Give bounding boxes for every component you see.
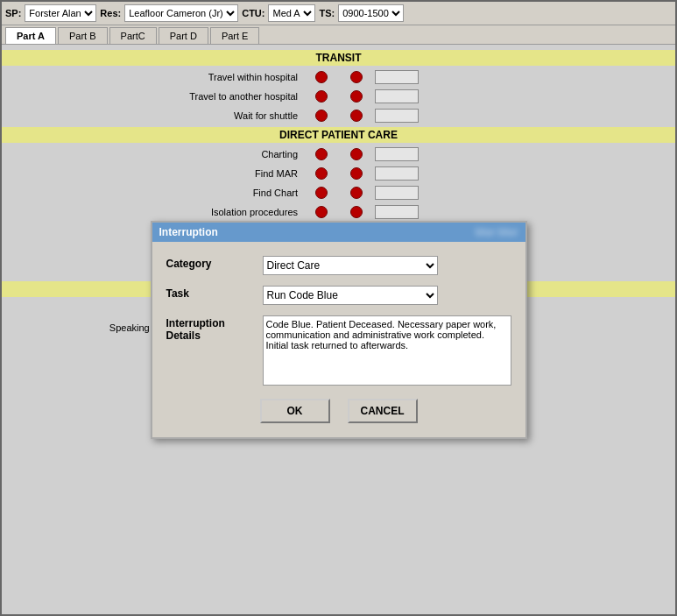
- ctu-select[interactable]: Med A: [268, 4, 315, 22]
- task-field-value: Run Code Blue Charting Find MAR Find Cha…: [263, 286, 511, 305]
- task-label: Task: [166, 286, 263, 300]
- details-label: InterruptionDetails: [166, 315, 263, 342]
- tab-part-a[interactable]: Part A: [5, 27, 56, 44]
- modal-title-blur: blur blur: [476, 226, 518, 238]
- tab-part-b[interactable]: Part B: [58, 27, 108, 44]
- res-label: Res:: [100, 8, 121, 18]
- ok-button[interactable]: OK: [260, 399, 330, 423]
- tab-part-d[interactable]: Part D: [159, 27, 208, 44]
- category-field-value: Direct Care Indirect Care Communication …: [263, 256, 511, 275]
- main-window: SP: Forster Alan Res: Leafloor Cameron (…: [0, 0, 677, 616]
- tabs-bar: Part A Part B PartC Part D Part E: [2, 25, 675, 45]
- ts-label: TS:: [319, 8, 335, 18]
- task-select[interactable]: Run Code Blue Charting Find MAR Find Cha…: [263, 286, 438, 305]
- category-label: Category: [166, 256, 263, 270]
- cancel-button[interactable]: CANCEL: [348, 399, 418, 423]
- modal-overlay: Interruption blur blur Category Direct C…: [2, 45, 675, 614]
- modal-buttons: OK CANCEL: [166, 399, 511, 423]
- modal-title: Interruption: [159, 226, 218, 238]
- modal-field-details: InterruptionDetails: [166, 315, 511, 388]
- ctu-label: CTU:: [242, 8, 264, 18]
- modal-body: Category Direct Care Indirect Care Commu…: [152, 242, 525, 437]
- tab-part-c[interactable]: PartC: [109, 27, 157, 44]
- sp-label: SP:: [5, 8, 21, 18]
- content-area: TRANSIT Travel within hospital Travel to…: [2, 45, 675, 614]
- details-textarea[interactable]: [263, 315, 511, 386]
- modal-title-bar: Interruption blur blur: [152, 223, 525, 242]
- res-select[interactable]: Leafloor Cameron (Jr): [124, 4, 238, 22]
- interruption-modal: Interruption blur blur Category Direct C…: [151, 221, 527, 439]
- sp-select[interactable]: Forster Alan: [25, 4, 96, 22]
- ts-select[interactable]: 0900-1500: [338, 4, 404, 22]
- tab-part-e[interactable]: Part E: [210, 27, 260, 44]
- details-field-value: [263, 315, 511, 388]
- modal-field-task: Task Run Code Blue Charting Find MAR Fin…: [166, 286, 511, 305]
- category-select[interactable]: Direct Care Indirect Care Communication …: [263, 256, 438, 275]
- modal-field-category: Category Direct Care Indirect Care Commu…: [166, 256, 511, 275]
- top-bar: SP: Forster Alan Res: Leafloor Cameron (…: [2, 2, 675, 25]
